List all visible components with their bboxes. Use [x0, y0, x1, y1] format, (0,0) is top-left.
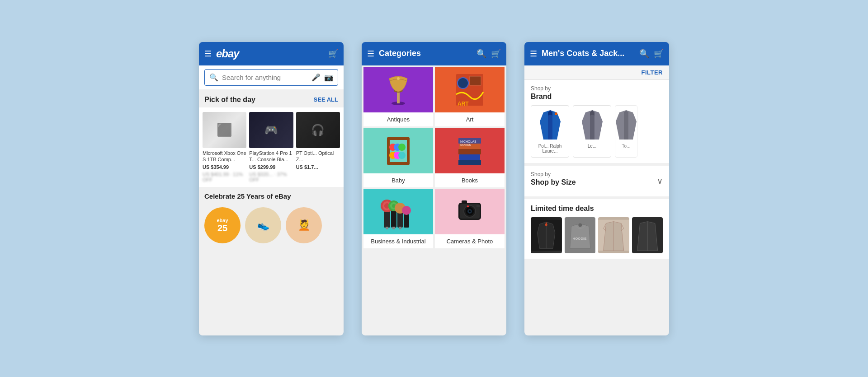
- search-bar[interactable]: 🔍 🎤 📷: [204, 69, 338, 86]
- beauty-circle[interactable]: 💆: [286, 207, 322, 243]
- ebay-logo: ebay: [216, 47, 239, 60]
- svg-point-59: [578, 223, 582, 227]
- svg-point-56: [555, 113, 557, 115]
- hamburger-icon-2[interactable]: ☰: [367, 49, 374, 59]
- product-card-xbox[interactable]: Microsoft Xbox One S 1TB Comp... US $354…: [203, 112, 246, 183]
- shoes-circle[interactable]: 👟: [245, 207, 281, 243]
- cart-icon-3[interactable]: 🛒: [654, 49, 664, 59]
- deals-row: HOODIE: [531, 217, 663, 253]
- svg-point-6: [458, 78, 468, 88]
- shop-by-brand-label: Shop by: [531, 85, 663, 92]
- svg-rect-13: [407, 137, 410, 165]
- dark-vest-svg: [615, 110, 637, 140]
- to-vest-image: [615, 109, 637, 141]
- ebay25-circle[interactable]: ebay 25: [204, 207, 241, 243]
- category-art[interactable]: ART Art: [435, 67, 505, 126]
- pt-name: PT Opti... Optical Z...: [296, 150, 340, 163]
- polo-vest-image: [537, 109, 564, 141]
- svg-text:STARKS: STARKS: [460, 144, 471, 146]
- business-svg: [380, 191, 416, 232]
- shop-by-brand-section: Shop by Brand Pol... Ralph Laure...: [524, 80, 669, 166]
- camera-svg: [452, 194, 488, 230]
- ps4-image: [249, 112, 293, 148]
- product-card-pt[interactable]: PT Opti... Optical Z... US $1.7...: [296, 112, 340, 183]
- categories-grid: Antiques ART Art: [362, 65, 506, 250]
- category-books[interactable]: NICHOLAS STARKS Books: [435, 128, 505, 187]
- search-icon: 🔍: [209, 73, 218, 82]
- shop-by-size-label: Shop by: [531, 171, 576, 177]
- chevron-down-icon[interactable]: ∨: [657, 176, 663, 186]
- category-antiques[interactable]: Antiques: [363, 67, 433, 126]
- svg-rect-7: [470, 76, 481, 85]
- phone1-header: ☰ ebay 🛒: [199, 42, 344, 65]
- deal-item-jacket[interactable]: [531, 217, 562, 253]
- cameras-label: Cameras & Photo: [445, 234, 495, 248]
- jacket-svg: [531, 219, 562, 251]
- deal-item-hoodie[interactable]: HOODIE: [565, 217, 596, 253]
- business-image: [363, 189, 433, 234]
- books-label: Books: [460, 173, 480, 187]
- celebrate-row: ebay 25 👟 💆: [199, 204, 344, 251]
- svg-rect-43: [392, 227, 395, 229]
- svg-point-53: [467, 205, 469, 207]
- camera-icon[interactable]: 📷: [324, 73, 333, 82]
- svg-point-20: [398, 152, 406, 159]
- dark-jacket-svg: [632, 219, 663, 251]
- pt-price: US $1.7...: [296, 164, 340, 170]
- shop-size-left: Shop by Shop by Size: [531, 171, 576, 191]
- cart-icon[interactable]: 🛒: [328, 49, 338, 59]
- svg-rect-52: [462, 200, 467, 204]
- brand-card-le[interactable]: Le...: [573, 105, 611, 158]
- phone3-header: ☰ Men's Coats & Jack... 🔍 🛒: [524, 42, 669, 65]
- svg-rect-44: [399, 227, 401, 229]
- svg-rect-11: [387, 137, 410, 140]
- svg-rect-23: [459, 154, 480, 160]
- svg-rect-10: [387, 162, 410, 165]
- limited-deals-section: Limited time deals HOODIE: [524, 199, 669, 259]
- lamp-svg: [385, 72, 412, 108]
- brand-card-polo[interactable]: Pol... Ralph Laure...: [531, 105, 569, 158]
- category-business[interactable]: Business & Industrial: [363, 189, 433, 248]
- svg-text:HOODIE: HOODIE: [572, 236, 586, 240]
- search-icon-2[interactable]: 🔍: [476, 49, 486, 59]
- blue-vest-svg: [539, 110, 561, 140]
- deal-item-dark[interactable]: [632, 217, 663, 253]
- art-label: Art: [464, 112, 476, 126]
- product-card-ps4[interactable]: PlayStation 4 Pro 1 T... Console Bla... …: [249, 112, 293, 183]
- search-icon-3[interactable]: 🔍: [639, 49, 649, 59]
- to-brand-name: To...: [622, 144, 631, 149]
- svg-rect-22: [458, 160, 481, 165]
- svg-text:NICHOLAS: NICHOLAS: [460, 140, 476, 143]
- svg-rect-42: [386, 227, 388, 229]
- deal-item-coat[interactable]: [598, 217, 629, 253]
- antiques-image: [363, 67, 433, 112]
- gray-vest-svg: [581, 110, 604, 140]
- search-input[interactable]: [222, 74, 308, 81]
- celebrate-section: Celebrate 25 Years of eBay ebay 25 👟 💆: [199, 187, 344, 251]
- ps4-original: US $320... · 37% OFF: [249, 172, 293, 182]
- antiques-label: Antiques: [385, 112, 412, 126]
- see-all-button[interactable]: SEE ALL: [314, 96, 338, 103]
- filter-bar: FILTER: [524, 65, 669, 80]
- coats-title: Men's Coats & Jack...: [542, 49, 635, 58]
- shop-by-size-title: Shop by Size: [531, 178, 576, 186]
- cart-icon-2[interactable]: 🛒: [491, 49, 501, 59]
- phone2-header: ☰ Categories 🔍 🛒: [362, 42, 506, 65]
- phone-3-coats: ☰ Men's Coats & Jack... 🔍 🛒 FILTER Shop …: [524, 42, 669, 335]
- svg-point-41: [402, 206, 411, 215]
- svg-rect-38: [397, 212, 403, 228]
- shop-by-brand-title: Brand: [531, 93, 663, 101]
- baby-image: [363, 128, 433, 173]
- microphone-icon[interactable]: 🎤: [311, 73, 321, 82]
- hamburger-icon[interactable]: ☰: [204, 49, 212, 59]
- category-baby[interactable]: Baby: [363, 128, 433, 187]
- shop-size-section[interactable]: Shop by Shop by Size ∨: [524, 166, 669, 199]
- filter-button[interactable]: FILTER: [641, 69, 663, 76]
- hamburger-icon-3[interactable]: ☰: [530, 49, 537, 59]
- brand-card-to[interactable]: To...: [615, 105, 637, 158]
- coat-svg: [598, 219, 629, 251]
- xbox-name: Microsoft Xbox One S 1TB Comp...: [203, 150, 246, 163]
- category-cameras[interactable]: Cameras & Photo: [435, 189, 505, 248]
- svg-point-3: [397, 77, 400, 80]
- phone-1-ebay-home: ☰ ebay 🛒 🔍 🎤 📷 Pick of the day SEE ALL M…: [199, 42, 344, 335]
